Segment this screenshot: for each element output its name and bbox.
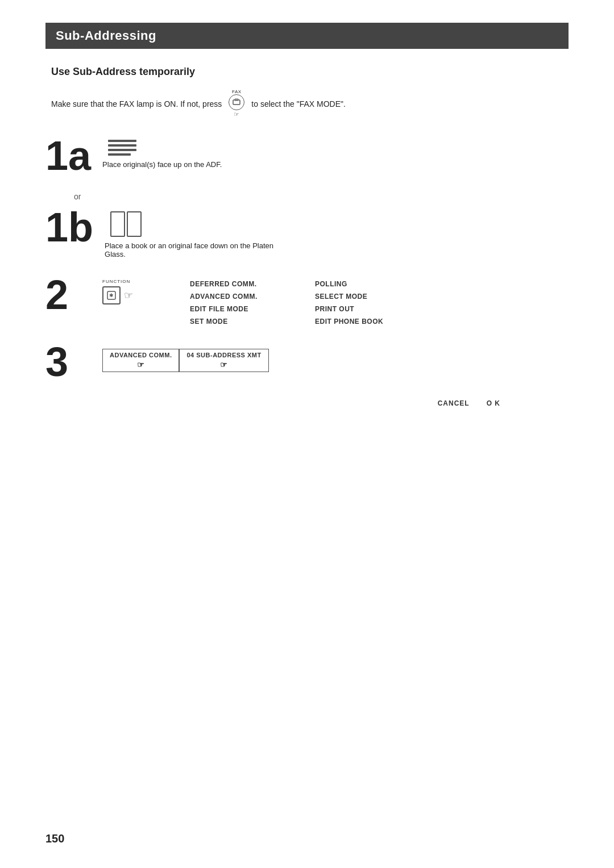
sub-address-xmt-label: 04 SUB-ADDRESS XMT: [186, 352, 261, 358]
function-icon: FUNCTION ✱ ☞: [102, 279, 133, 304]
doc-lines: [108, 140, 222, 156]
step-1a-caption: Place original(s) face up on the ADF.: [102, 160, 222, 169]
advanced-comm-button[interactable]: ADVANCED COMM. ☞: [102, 349, 179, 372]
step-2-content: FUNCTION ✱ ☞: [102, 274, 133, 304]
step-3-row: 3 ADVANCED COMM. ☞ 04 SUB-ADDRESS XMT ☞: [45, 341, 569, 382]
step-1b-content: Place a book or an original face down on…: [105, 207, 273, 258]
menu-item-edit-phone-book: EDIT PHONE BOOK: [315, 318, 429, 326]
function-label: FUNCTION: [102, 279, 130, 284]
step-1a-content: Place original(s) face up on the ADF.: [102, 135, 222, 169]
intro-after: to select the "FAX MODE".: [251, 99, 346, 108]
page-container: Sub-Addressing Use Sub-Address temporari…: [0, 0, 614, 868]
cancel-label[interactable]: CANCEL: [438, 399, 470, 407]
step-2-area: 2 FUNCTION ✱ ☞: [45, 274, 569, 326]
step-2-left: 2 FUNCTION ✱ ☞: [45, 274, 133, 315]
menu-item-edit-file-mode: EDIT FILE MODE: [190, 305, 304, 313]
doc-line-4: [108, 153, 131, 156]
step-3-content: ADVANCED COMM. ☞ 04 SUB-ADDRESS XMT ☞: [102, 341, 269, 372]
book-page-left: [110, 211, 125, 237]
step-1a-row: 1a Place original(s) face up on the ADF.: [45, 135, 569, 176]
fax-label-text: FAX: [232, 89, 242, 94]
cancel-ok-row: CANCEL O K: [45, 399, 569, 407]
step-1b-number: 1b: [45, 207, 93, 248]
step-1b-caption: Place a book or an original face down on…: [105, 241, 273, 258]
function-menu-grid: DEFERRED COMM. POLLING ADVANCED COMM. SE…: [190, 280, 429, 326]
step-3-buttons: ADVANCED COMM. ☞ 04 SUB-ADDRESS XMT ☞: [102, 349, 269, 372]
ok-label[interactable]: O K: [487, 399, 500, 407]
sub-address-xmt-button[interactable]: 04 SUB-ADDRESS XMT ☞: [179, 349, 268, 372]
fax-hand-icon: ☞: [234, 111, 239, 118]
menu-item-select-mode: SELECT MODE: [315, 293, 429, 301]
subsection-title: Use Sub-Address temporarily: [51, 66, 569, 78]
step-1b-row: 1b Place a book or an original face down…: [45, 207, 569, 258]
book-icon: [110, 211, 273, 237]
step-2-number: 2: [45, 274, 91, 315]
advanced-comm-label: ADVANCED COMM.: [110, 352, 172, 358]
fax-circle-icon: [229, 94, 244, 110]
menu-item-print-out: PRINT OUT: [315, 305, 429, 313]
sub-address-xmt-hand-icon: ☞: [220, 360, 228, 369]
doc-line-3: [108, 149, 136, 151]
menu-item-advanced-comm: ADVANCED COMM.: [190, 293, 304, 301]
fax-button-icon: FAX ☞: [229, 89, 244, 118]
function-button-icon: ✱: [102, 286, 121, 304]
section-header: Sub-Addressing: [45, 23, 569, 49]
book-page-right: [127, 211, 142, 237]
document-stack-icon: [108, 140, 222, 156]
step-1a-number: 1a: [45, 135, 91, 176]
menu-item-deferred-comm: DEFERRED COMM.: [190, 280, 304, 288]
intro-before: Make sure that the FAX lamp is ON. If no…: [51, 99, 222, 108]
step-3-number: 3: [45, 341, 91, 382]
doc-line-1: [108, 140, 136, 142]
menu-item-set-mode: SET MODE: [190, 318, 304, 326]
intro-text: Make sure that the FAX lamp is ON. If no…: [51, 89, 569, 118]
function-hand-icon: ☞: [124, 289, 133, 302]
page-number: 150: [45, 832, 64, 845]
section-title: Sub-Addressing: [56, 28, 156, 43]
svg-text:✱: ✱: [109, 293, 114, 298]
or-divider: or: [74, 192, 569, 201]
menu-item-polling: POLLING: [315, 280, 429, 288]
advanced-comm-hand-icon: ☞: [137, 360, 145, 369]
doc-line-2: [108, 144, 136, 147]
